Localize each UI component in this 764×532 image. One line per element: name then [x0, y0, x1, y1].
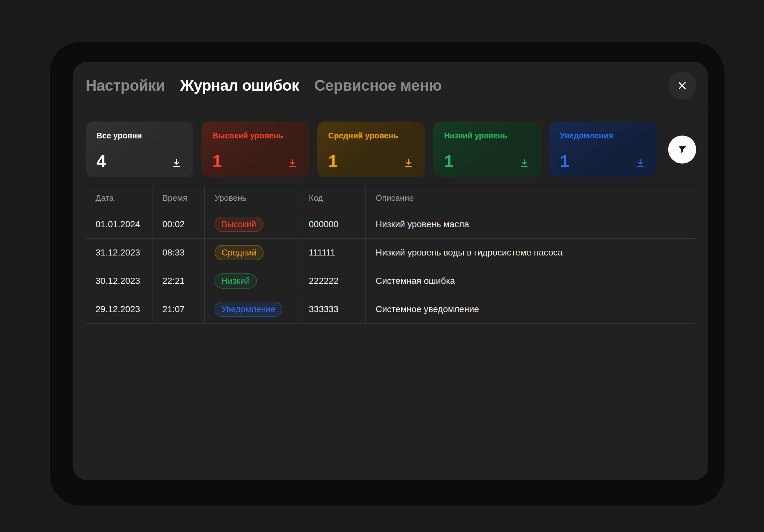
cell-code: 111111 [299, 239, 366, 267]
download-icon[interactable] [171, 158, 182, 169]
summary-card-label: Все уровни [96, 131, 182, 140]
cell-description: Низкий уровень воды в гидросистеме насос… [366, 239, 695, 267]
cell-time: 22:21 [152, 267, 205, 295]
level-badge: Высокий [215, 217, 263, 232]
summary-cards-row: Все уровни 4 Высокий уровень 1 [73, 109, 708, 177]
summary-card-count: 4 [96, 153, 106, 169]
summary-card-count: 1 [444, 153, 454, 169]
cell-description: Системное уведомление [366, 295, 695, 324]
summary-card-notifications[interactable]: Уведомления 1 [549, 122, 657, 177]
summary-card-label: Средний уровень [328, 131, 414, 140]
close-button[interactable] [668, 71, 696, 100]
summary-card-label: Низкий уровень [444, 131, 530, 140]
download-icon[interactable] [287, 158, 298, 169]
summary-card-medium-level[interactable]: Средний уровень 1 [317, 122, 425, 177]
cell-description: Системная ошибка [366, 267, 695, 295]
summary-card-label: Высокий уровень [212, 131, 298, 140]
cell-date: 31.12.2023 [86, 239, 152, 267]
tab-settings[interactable]: Настройки [86, 77, 165, 94]
close-icon [677, 80, 687, 91]
device-frame: Настройки Журнал ошибок Сервисное меню В… [50, 42, 724, 506]
cell-code: 333333 [299, 295, 366, 324]
summary-card-label: Уведомления [560, 131, 646, 140]
cell-level: Низкий [205, 267, 299, 295]
summary-card-count: 1 [560, 153, 569, 169]
column-header-description: Описание [366, 186, 695, 210]
column-header-level: Уровень [205, 186, 299, 210]
cell-time: 00:02 [152, 210, 205, 239]
tab-service-menu[interactable]: Сервисное меню [314, 77, 442, 94]
download-icon[interactable] [403, 158, 414, 169]
cell-level: Высокий [205, 210, 299, 239]
cell-description: Низкий уровень масла [366, 210, 695, 239]
level-badge: Низкий [215, 273, 257, 289]
column-header-date: Дата [86, 186, 152, 210]
level-badge: Уведомление [215, 302, 283, 317]
summary-card-high-level[interactable]: Высокий уровень 1 [202, 122, 309, 177]
cell-time: 08:33 [152, 239, 205, 267]
column-header-code: Код [299, 186, 366, 210]
cell-level: Средний [205, 239, 299, 267]
cell-date: 30.12.2023 [86, 267, 152, 295]
download-icon[interactable] [635, 158, 646, 169]
filter-button[interactable] [668, 136, 696, 164]
summary-card-count: 1 [212, 153, 222, 169]
summary-card-low-level[interactable]: Низкий уровень 1 [433, 122, 541, 177]
tab-bar: Настройки Журнал ошибок Сервисное меню [73, 62, 708, 109]
download-icon[interactable] [518, 158, 530, 169]
app-panel: Настройки Журнал ошибок Сервисное меню В… [73, 62, 708, 480]
cell-code: 222222 [299, 267, 366, 295]
tab-error-log[interactable]: Журнал ошибок [180, 77, 299, 94]
summary-card-count: 1 [328, 153, 338, 169]
cell-level: Уведомление [205, 295, 299, 324]
cell-code: 000000 [299, 210, 366, 239]
column-header-time: Время [152, 186, 205, 210]
funnel-icon [677, 144, 687, 155]
summary-card-all-levels[interactable]: Все уровни 4 [86, 122, 193, 177]
cell-time: 21:07 [152, 295, 205, 324]
level-badge: Средний [215, 245, 264, 260]
error-log-table: Дата Время Уровень Код Описание 01.01.20… [86, 186, 695, 324]
cell-date: 01.01.2024 [86, 210, 152, 239]
cell-date: 29.12.2023 [86, 295, 152, 324]
